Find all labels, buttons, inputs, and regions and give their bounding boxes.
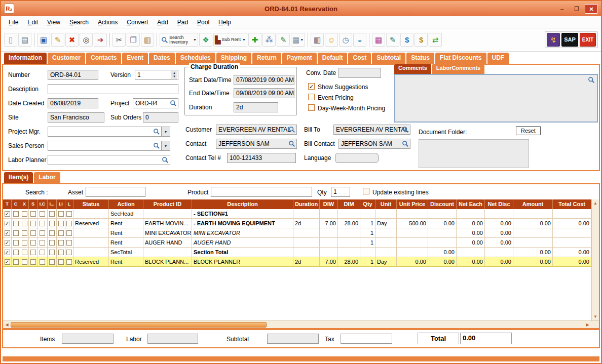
tab-status[interactable]: Status — [406, 53, 434, 64]
row-checkbox[interactable] — [40, 221, 45, 226]
comments-box[interactable] — [394, 74, 598, 123]
column-header-c[interactable]: C — [12, 199, 20, 209]
sap-button[interactable]: SAP — [561, 33, 578, 47]
clock-icon[interactable]: ◷ — [339, 33, 352, 47]
tab-flat-discounts[interactable]: Flat Discounts — [435, 53, 486, 64]
tab-item-s[interactable]: Item(s) — [4, 172, 33, 183]
row-checkbox[interactable] — [49, 211, 55, 217]
menu-item-search[interactable]: Search — [65, 17, 93, 27]
project-field[interactable]: ORD-84 — [133, 98, 178, 108]
row-checkbox[interactable] — [13, 230, 19, 236]
bill-to-field[interactable]: EVERGREEN AV RENTAL — [333, 125, 410, 135]
column-header-action[interactable]: Action — [109, 199, 143, 209]
column-header-total-cost[interactable]: Total Cost — [553, 199, 591, 209]
row-checkbox[interactable] — [22, 240, 27, 246]
table-row[interactable]: ✓ReservedRentEARTH MOVIN...- EARTH MOVIN… — [3, 219, 591, 228]
notes-icon[interactable]: ✎ — [277, 33, 290, 47]
table-row[interactable]: ✓RentMINI EXCAVATORMINI EXCAVATOR10.000.… — [3, 228, 591, 238]
dwm-pricing-checkbox[interactable] — [308, 104, 315, 111]
column-header-x[interactable]: X — [20, 199, 29, 209]
tab-shipping[interactable]: Shipping — [216, 53, 251, 64]
project-mgr-field[interactable] — [48, 127, 162, 137]
row-checkbox[interactable]: ✓ — [5, 221, 10, 226]
delete-icon[interactable]: ✖ — [65, 33, 79, 47]
print-icon[interactable]: ▤ — [18, 33, 31, 47]
row-checkbox[interactable] — [30, 250, 36, 255]
column-header-amount[interactable]: Amount — [513, 199, 553, 209]
menu-item-view[interactable]: View — [43, 17, 65, 27]
tab-cost[interactable]: Cost — [348, 53, 371, 64]
chevron-down-icon[interactable]: ▼ — [193, 38, 197, 42]
tax-field[interactable] — [341, 334, 392, 344]
scroll-left-icon[interactable]: ◀ — [3, 322, 11, 327]
scrollbar-thumb[interactable] — [11, 322, 267, 328]
smiley-icon[interactable]: ☺ — [325, 33, 338, 47]
row-checkbox[interactable] — [22, 221, 27, 226]
row-checkbox[interactable] — [49, 259, 55, 265]
close-button[interactable]: ✕ — [585, 4, 598, 14]
find-icon[interactable]: ◎ — [80, 33, 93, 47]
flash-icon[interactable]: ↯ — [547, 33, 560, 47]
search-icon[interactable] — [402, 126, 409, 133]
group-icon[interactable]: ⁂ — [262, 33, 276, 47]
row-checkbox[interactable] — [30, 221, 36, 226]
row-checkbox[interactable] — [66, 240, 72, 246]
row-checkbox[interactable] — [13, 240, 19, 246]
row-checkbox[interactable]: ✓ — [5, 230, 10, 236]
column-header-product-id[interactable]: Product ID — [143, 199, 192, 209]
column-header-dim[interactable]: DIM — [338, 199, 360, 209]
chevron-down-icon[interactable]: ▼ — [300, 38, 304, 42]
row-checkbox[interactable] — [58, 250, 64, 255]
tab-comments[interactable]: Comments — [394, 64, 431, 74]
search-icon[interactable] — [162, 156, 169, 164]
reset-button[interactable]: Reset — [516, 126, 541, 135]
tab-schedules[interactable]: Schedules — [176, 53, 215, 64]
menu-item-convert[interactable]: Convert — [122, 17, 153, 27]
row-checkbox[interactable] — [22, 250, 27, 255]
row-checkbox[interactable] — [22, 230, 27, 236]
tab-default[interactable]: Default — [318, 53, 348, 64]
database-icon[interactable]: ▦ — [372, 33, 385, 47]
tab-return[interactable]: Return — [252, 53, 281, 64]
row-checkbox[interactable] — [40, 230, 45, 236]
paste-icon[interactable]: ▥ — [141, 33, 154, 47]
menu-item-pool[interactable]: Pool — [193, 17, 214, 27]
maximize-button[interactable]: ❐ — [570, 4, 583, 14]
column-header-unit-price[interactable]: Unit Price — [397, 199, 428, 209]
tab-udf[interactable]: UDF — [487, 53, 509, 64]
title-bar[interactable]: R₂ ORD-84.01 Reservation – ❐ ✕ — [1, 1, 601, 16]
document-folder-box[interactable] — [419, 139, 529, 168]
spinner-down-icon[interactable]: ▼ — [173, 75, 176, 78]
search-icon[interactable] — [153, 142, 160, 149]
scroll-right-icon[interactable]: ▶ — [584, 322, 591, 327]
search-icon[interactable] — [170, 100, 177, 107]
scroll-up-icon[interactable]: ▲ — [593, 201, 597, 206]
row-checkbox[interactable] — [13, 250, 19, 255]
search-icon[interactable] — [288, 126, 295, 133]
description-field[interactable] — [48, 84, 178, 94]
page-edit-icon[interactable]: ✎ — [386, 33, 399, 47]
column-header-l[interactable]: L — [65, 199, 73, 209]
row-checkbox[interactable] — [13, 211, 19, 217]
row-checkbox[interactable] — [58, 240, 64, 246]
scroll-down-icon[interactable]: ▼ — [593, 314, 597, 319]
tab-payment[interactable]: Payment — [282, 53, 317, 64]
row-checkbox[interactable] — [22, 211, 27, 217]
row-checkbox[interactable] — [66, 259, 72, 265]
event-pricing-checkbox[interactable] — [308, 94, 315, 100]
qty-input[interactable] — [331, 187, 350, 197]
exit-button[interactable]: EXIT — [580, 33, 596, 47]
show-suggestions-checkbox[interactable]: ✓ — [308, 83, 315, 90]
column-header-unit[interactable]: Unit — [375, 199, 397, 209]
row-checkbox[interactable] — [40, 211, 45, 217]
tab-customer[interactable]: Customer — [48, 53, 85, 64]
row-checkbox[interactable] — [49, 250, 55, 255]
export-icon[interactable]: ➔ — [94, 33, 107, 47]
row-checkbox[interactable] — [49, 221, 55, 226]
copy-icon[interactable]: ❐ — [127, 33, 140, 47]
checkout-icon[interactable]: ⇄ — [429, 33, 442, 47]
row-checkbox[interactable] — [30, 259, 36, 265]
shapes-icon[interactable]: ❖ — [199, 33, 212, 47]
version-spinner[interactable]: ▲ ▼ — [171, 71, 177, 79]
edit-icon[interactable]: ✎ — [51, 33, 64, 47]
